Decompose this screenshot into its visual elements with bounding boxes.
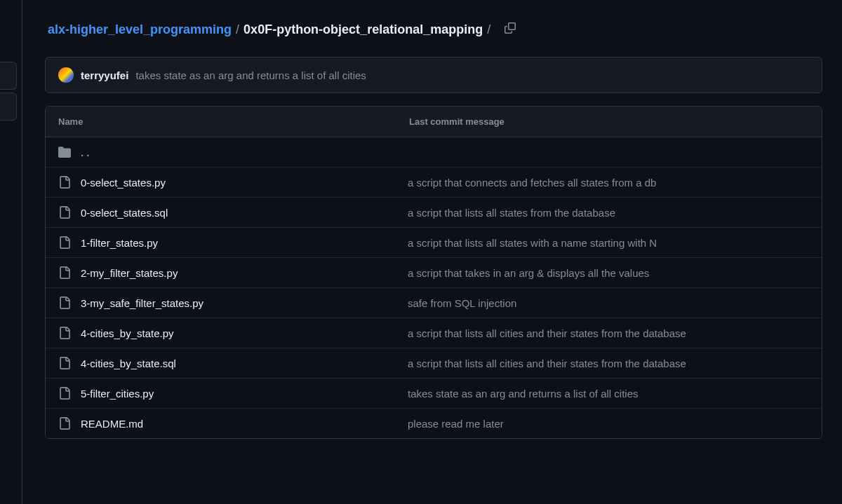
table-row: 0-select_states.sqla script that lists a… xyxy=(46,198,822,228)
file-icon xyxy=(58,327,71,339)
file-name-link[interactable]: 2-my_filter_states.py xyxy=(81,267,408,279)
column-header-message: Last commit message xyxy=(409,116,809,127)
file-commit-message[interactable]: a script that lists all states with a na… xyxy=(408,237,809,249)
table-row: 2-my_filter_states.pya script that takes… xyxy=(46,258,822,288)
file-icon xyxy=(58,236,71,249)
file-commit-message[interactable]: safe from SQL injection xyxy=(408,297,809,309)
table-row: 5-filter_cities.pytakes state as an arg … xyxy=(46,379,822,409)
table-row: README.mdplease read me later xyxy=(46,409,822,438)
latest-commit-box: terryyufei takes state as an arg and ret… xyxy=(45,57,822,93)
breadcrumb: alx-higher_level_programming / 0x0F-pyth… xyxy=(45,20,842,40)
table-row: 4-cities_by_state.pya script that lists … xyxy=(46,318,822,348)
file-commit-message[interactable]: a script that lists all cities and their… xyxy=(408,327,809,339)
file-commit-message[interactable]: a script that lists all states from the … xyxy=(408,207,809,219)
sidebar-sliver xyxy=(0,0,22,504)
file-icon xyxy=(58,176,71,189)
file-name-link[interactable]: 4-cities_by_state.py xyxy=(81,327,408,339)
parent-directory-row[interactable]: .. xyxy=(46,137,822,168)
table-row: 4-cities_by_state.sqla script that lists… xyxy=(46,348,822,379)
copy-icon xyxy=(504,22,516,37)
breadcrumb-trailing-sep: / xyxy=(487,22,490,37)
table-row: 1-filter_states.pya script that lists al… xyxy=(46,228,822,258)
copy-path-button[interactable] xyxy=(502,20,519,40)
file-table: Name Last commit message .. 0-select_sta… xyxy=(45,106,822,439)
file-name-link[interactable]: 5-filter_cities.py xyxy=(81,388,408,400)
file-name-link[interactable]: 4-cities_by_state.sql xyxy=(81,357,408,369)
sidebar-collapsed-tab[interactable] xyxy=(0,93,17,121)
breadcrumb-separator: / xyxy=(236,22,239,37)
sidebar-collapsed-tab[interactable] xyxy=(0,62,17,90)
avatar[interactable] xyxy=(58,67,74,83)
breadcrumb-current: 0x0F-python-object_relational_mapping xyxy=(243,22,483,37)
file-icon xyxy=(58,357,71,369)
file-name-link[interactable]: 3-my_safe_filter_states.py xyxy=(81,297,408,309)
file-commit-message[interactable]: please read me later xyxy=(408,418,809,430)
file-icon xyxy=(58,387,71,400)
breadcrumb-repo-link[interactable]: alx-higher_level_programming xyxy=(48,22,232,37)
commit-author[interactable]: terryyufei xyxy=(81,69,128,81)
folder-icon xyxy=(58,146,71,158)
file-icon xyxy=(58,206,71,219)
commit-message[interactable]: takes state as an arg and returns a list… xyxy=(135,69,366,81)
file-name-link[interactable]: 1-filter_states.py xyxy=(81,237,408,249)
file-commit-message[interactable]: a script that takes in an arg & displays… xyxy=(408,267,809,279)
file-icon xyxy=(58,266,71,279)
file-name-link[interactable]: README.md xyxy=(81,418,408,430)
file-name-link[interactable]: 0-select_states.sql xyxy=(81,207,408,219)
table-row: 0-select_states.pya script that connects… xyxy=(46,168,822,198)
file-commit-message[interactable]: takes state as an arg and returns a list… xyxy=(408,388,809,400)
file-commit-message[interactable]: a script that lists all cities and their… xyxy=(408,357,809,369)
file-icon xyxy=(58,297,71,309)
parent-dir-link[interactable]: .. xyxy=(81,147,92,158)
column-header-name: Name xyxy=(58,116,409,127)
file-name-link[interactable]: 0-select_states.py xyxy=(81,177,408,189)
table-row: 3-my_safe_filter_states.pysafe from SQL … xyxy=(46,288,822,318)
file-icon xyxy=(58,417,71,430)
file-commit-message[interactable]: a script that connects and fetches all s… xyxy=(408,177,809,189)
table-header: Name Last commit message xyxy=(46,107,822,137)
main-content: alx-higher_level_programming / 0x0F-pyth… xyxy=(45,0,842,439)
